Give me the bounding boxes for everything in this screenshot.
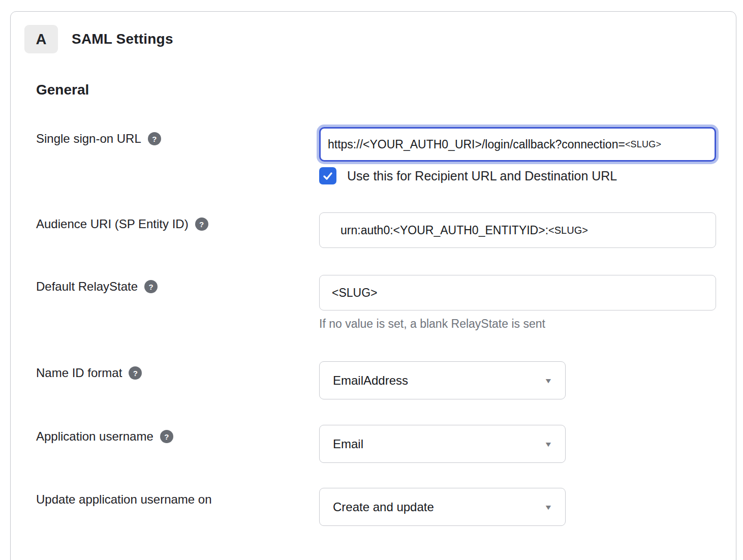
- checkmark-icon: [322, 170, 333, 181]
- single-sign-on-url-input[interactable]: https://<YOUR_AUTH0_URI>/login/callback?…: [319, 127, 716, 162]
- single-sign-on-url-label: Single sign-on URL: [36, 132, 141, 146]
- single-sign-on-url-slug: <SLUG>: [625, 139, 661, 150]
- name-id-format-value: EmailAddress: [333, 374, 408, 388]
- name-id-format-select[interactable]: EmailAddress ▼: [319, 361, 566, 399]
- audience-uri-input[interactable]: urn:auth0:<YOUR_AUTH0_ENTITYID>:<SLUG>: [319, 212, 716, 248]
- application-username-select[interactable]: Email ▼: [319, 425, 566, 463]
- row-default-relaystate: Default RelayState ? <SLUG> If no value …: [36, 275, 736, 331]
- help-icon[interactable]: ?: [148, 132, 161, 145]
- name-id-format-label: Name ID format: [36, 366, 122, 380]
- row-name-id-format: Name ID format ? EmailAddress ▼: [36, 361, 736, 399]
- chevron-down-icon: ▼: [544, 377, 552, 385]
- row-single-sign-on-url: Single sign-on URL ? https://<YOUR_AUTH0…: [36, 127, 736, 184]
- help-icon[interactable]: ?: [144, 280, 158, 293]
- help-icon[interactable]: ?: [129, 366, 142, 380]
- default-relaystate-input[interactable]: <SLUG>: [319, 275, 716, 310]
- chevron-down-icon: ▼: [544, 440, 552, 448]
- saml-settings-card: A SAML Settings General Single sign-on U…: [10, 11, 736, 560]
- help-icon[interactable]: ?: [160, 430, 173, 443]
- default-relaystate-label: Default RelayState: [36, 279, 138, 294]
- chevron-down-icon: ▼: [544, 503, 552, 511]
- recipient-url-checkbox-label: Use this for Recipient URL and Destinati…: [347, 169, 617, 183]
- update-application-username-label: Update application username on: [36, 492, 212, 507]
- help-icon[interactable]: ?: [195, 217, 208, 231]
- application-username-value: Email: [333, 437, 363, 451]
- step-badge: A: [24, 25, 58, 53]
- row-audience-uri: Audience URI (SP Entity ID) ? urn:auth0:…: [36, 212, 736, 248]
- update-application-username-value: Create and update: [333, 500, 434, 514]
- row-application-username: Application username ? Email ▼: [36, 425, 736, 463]
- row-update-application-username: Update application username on Create an…: [36, 488, 736, 526]
- default-relaystate-value: <SLUG>: [332, 286, 378, 300]
- audience-uri-label: Audience URI (SP Entity ID): [36, 217, 189, 231]
- update-application-username-select[interactable]: Create and update ▼: [319, 488, 566, 526]
- audience-uri-value: urn:auth0:<YOUR_AUTH0_ENTITYID>:: [340, 224, 548, 237]
- page-title: SAML Settings: [72, 31, 173, 47]
- single-sign-on-url-value: https://<YOUR_AUTH0_URI>/login/callback?…: [328, 138, 625, 151]
- relaystate-hint: If no value is set, a blank RelayState i…: [319, 317, 736, 331]
- recipient-url-checkbox-row: Use this for Recipient URL and Destinati…: [319, 167, 736, 184]
- audience-uri-slug: <SLUG>: [548, 225, 588, 236]
- application-username-label: Application username: [36, 429, 153, 444]
- recipient-url-checkbox[interactable]: [319, 167, 336, 184]
- card-header: A SAML Settings: [11, 12, 736, 53]
- section-title-general: General: [36, 82, 736, 98]
